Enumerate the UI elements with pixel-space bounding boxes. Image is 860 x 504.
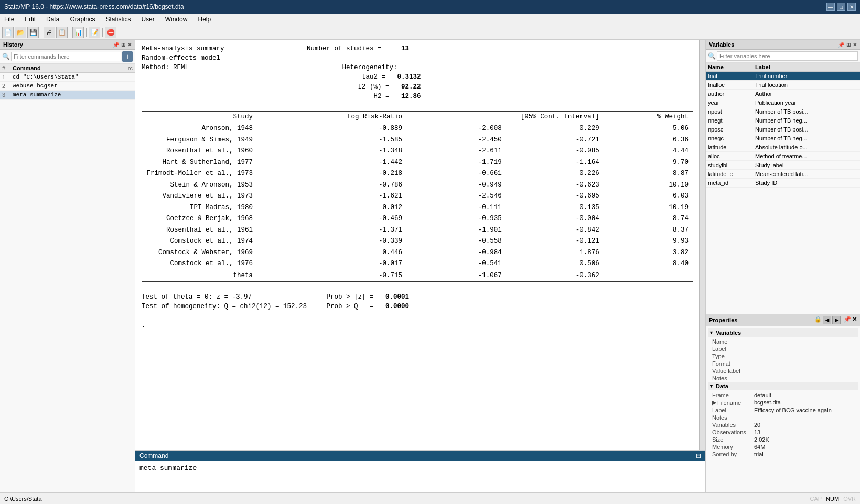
toolbar-sep4: [102, 28, 103, 37]
var-row-trialloc[interactable]: trialloc Trial location: [706, 81, 860, 90]
var-row-latitude[interactable]: latitude Absolute latitude o...: [706, 143, 860, 152]
command-pin-icon[interactable]: ⊟: [696, 452, 701, 459]
maximize-button[interactable]: □: [837, 3, 845, 11]
prop-row-filename: ▶ Filename bcgset.dta: [708, 399, 858, 407]
variables-panel-header: Variables 📌 ⊞ ✕: [706, 40, 860, 50]
history-panel-header: History 📌 ⊞ ✕: [0, 40, 135, 50]
properties-lock-icon[interactable]: 🔒: [814, 316, 822, 324]
menu-graphics[interactable]: Graphics: [68, 16, 97, 23]
history-pin-icon[interactable]: 📌: [113, 42, 119, 48]
results-table: Study Log Risk-Ratio [95% Conf. Interval…: [142, 111, 693, 283]
menu-statistics[interactable]: Statistics: [103, 16, 133, 23]
var-row-npost[interactable]: npost Number of TB posi...: [706, 107, 860, 116]
var-row-trial[interactable]: trial Trial number: [706, 72, 860, 81]
prop-row-label: Label: [708, 345, 858, 353]
close-button[interactable]: ✕: [847, 3, 856, 11]
command-area: Command ⊟ meta summarize: [135, 450, 705, 492]
toolbar-save[interactable]: 💾: [27, 27, 39, 38]
menu-data[interactable]: Data: [44, 16, 61, 23]
prop-row-notes-data: Notes: [708, 414, 858, 421]
toolbar-log[interactable]: 📋: [56, 27, 68, 38]
history-search-input[interactable]: [11, 52, 121, 61]
status-path: C:\Users\Stata: [4, 496, 42, 502]
right-panel: Variables 📌 ⊞ ✕ 🔍 Name Label trial T: [705, 40, 860, 492]
var-row-author[interactable]: author Author: [706, 90, 860, 98]
prop-row-memory: Memory 64M: [708, 443, 858, 451]
menu-window[interactable]: Window: [163, 16, 190, 23]
toolbar-print[interactable]: 🖨: [44, 27, 55, 38]
prop-row-frame: Frame default: [708, 391, 858, 399]
history-list: 1 cd "C:\Users\Stata" 2 webuse bcgset 3 …: [0, 73, 135, 492]
col-num: #: [2, 65, 13, 71]
prop-row-variables-count: Variables 20: [708, 421, 858, 429]
command-input[interactable]: meta summarize: [135, 461, 705, 492]
toolbar-sep1: [41, 28, 41, 37]
history-search-row: 🔍 i: [0, 50, 135, 64]
variables-table-header: Name Label: [706, 63, 860, 72]
status-num: NUM: [826, 496, 839, 502]
history-info-icon[interactable]: i: [122, 51, 133, 62]
command-label: Command ⊟: [135, 451, 705, 461]
properties-back-button[interactable]: ◀: [823, 316, 831, 324]
prop-row-notes-var: Notes: [708, 375, 858, 382]
history-item[interactable]: 1 cd "C:\Users\Stata": [0, 73, 135, 82]
history-item-active[interactable]: 3 meta summarize: [0, 91, 135, 100]
var-row-nnegc[interactable]: nnegc Number of TB neg...: [706, 134, 860, 143]
toolbar-sep3: [86, 28, 87, 37]
history-search-icon: 🔍: [2, 53, 10, 60]
menu-file[interactable]: File: [2, 16, 16, 23]
variables-search-icon: 🔍: [708, 52, 716, 60]
col-rc: _rc: [117, 65, 133, 71]
properties-close-icon[interactable]: ✕: [852, 316, 857, 324]
history-item[interactable]: 2 webuse bcgset: [0, 82, 135, 91]
properties-panel-header: Properties 🔒 ◀ ▶ 📌 ✕: [706, 314, 860, 326]
history-panel: History 📌 ⊞ ✕ 🔍 i # Command _rc 1 cd "C:…: [0, 40, 135, 492]
variables-table: Name Label trial Trial number trialloc T…: [706, 63, 860, 314]
var-row-alloc[interactable]: alloc Method of treatme...: [706, 152, 860, 161]
properties-panel: Properties 🔒 ◀ ▶ 📌 ✕ ▼ Variables Name: [706, 314, 860, 492]
title-bar: Stata/MP 16.0 - https://www.stata-press.…: [0, 0, 860, 14]
variables-dock-icon[interactable]: ⊞: [846, 42, 851, 48]
var-row-nposc[interactable]: nposc Number of TB posi...: [706, 125, 860, 134]
variables-pin-icon[interactable]: 📌: [838, 42, 844, 48]
history-title: History: [3, 41, 23, 48]
var-row-latitude-c[interactable]: latitude_c Mean-centered lati...: [706, 170, 860, 179]
minimize-button[interactable]: —: [826, 3, 835, 11]
history-column-headers: # Command _rc: [0, 64, 135, 73]
toolbar-new[interactable]: 📄: [2, 27, 14, 38]
history-close-icon[interactable]: ✕: [127, 42, 132, 48]
history-dock-icon[interactable]: ⊞: [121, 42, 125, 48]
variables-section-label: Variables: [716, 330, 741, 336]
menu-edit[interactable]: Edit: [23, 16, 38, 23]
variables-close-icon[interactable]: ✕: [853, 42, 857, 48]
toolbar-dofile[interactable]: 📝: [89, 27, 100, 38]
prop-row-format: Format: [708, 360, 858, 367]
variables-section-arrow: ▼: [709, 330, 714, 335]
toolbar-open[interactable]: 📂: [15, 27, 26, 38]
props-section-variables[interactable]: ▼ Variables: [708, 328, 858, 337]
prop-row-type: Type: [708, 353, 858, 360]
variables-panel: Variables 📌 ⊞ ✕ 🔍 Name Label trial T: [706, 40, 860, 314]
var-row-year[interactable]: year Publication year: [706, 98, 860, 107]
properties-title: Properties: [709, 317, 737, 323]
properties-pin-icon[interactable]: 📌: [844, 316, 851, 324]
variables-search-input[interactable]: [717, 51, 858, 61]
col-var-label: Label: [755, 64, 858, 70]
toolbar-sep2: [70, 28, 70, 37]
properties-nav: 🔒 ◀ ▶ 📌 ✕: [814, 316, 857, 324]
var-row-nnegt[interactable]: nnegt Number of TB neg...: [706, 116, 860, 125]
menu-help[interactable]: Help: [196, 16, 213, 23]
toolbar-break[interactable]: ⛔: [105, 27, 116, 38]
results-scrollbar[interactable]: [699, 40, 705, 450]
results-output: Meta-analysis summary Number of studies …: [135, 40, 699, 450]
properties-forward-button[interactable]: ▶: [832, 316, 841, 324]
toolbar-graph[interactable]: 📊: [72, 27, 84, 38]
prop-row-valuelabel: Value label: [708, 367, 858, 375]
var-row-studylbl[interactable]: studylbl Study label: [706, 161, 860, 170]
app-title: Stata/MP 16.0 - https://www.stata-press.…: [4, 3, 184, 10]
var-row-meta-id[interactable]: meta_id Study ID: [706, 179, 860, 188]
status-cap: CAP: [810, 496, 822, 502]
props-section-data[interactable]: ▼ Data: [708, 382, 858, 390]
status-bar: C:\Users\Stata CAP NUM OVR: [0, 492, 860, 504]
menu-user[interactable]: User: [139, 16, 156, 23]
